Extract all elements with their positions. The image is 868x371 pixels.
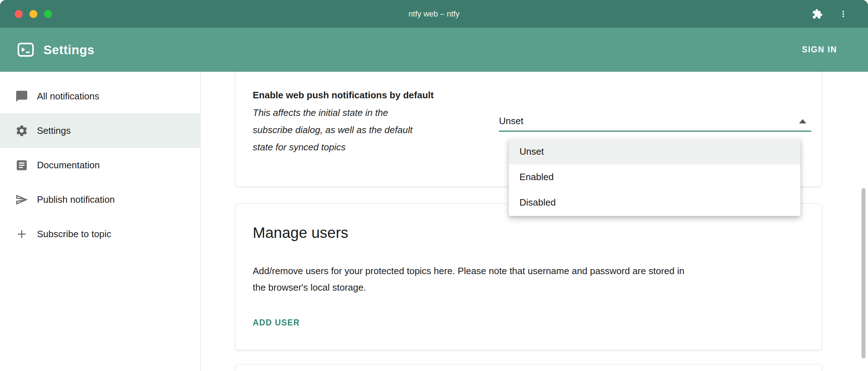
sidebar-item-label: All notifications — [37, 91, 99, 102]
content-scrollbar[interactable] — [862, 188, 865, 358]
setting-title: Enable web push notifications by default — [253, 90, 434, 101]
browser-window: ntfy web – ntfy Settings SIGN IN — [0, 0, 868, 371]
sidebar-item-label: Subscribe to topic — [37, 229, 111, 240]
setting-description: This affects the initial state in the su… — [253, 104, 412, 156]
window-title: ntfy web – ntfy — [0, 9, 868, 19]
menu-option-enabled[interactable]: Enabled — [509, 164, 801, 190]
next-card-partial — [235, 364, 822, 371]
sidebar-item-label: Documentation — [37, 160, 100, 171]
sidebar-item-all-notifications[interactable]: All notifications — [0, 79, 200, 113]
select-value: Unset — [499, 116, 523, 126]
sidebar-item-settings[interactable]: Settings — [0, 113, 200, 148]
gear-icon — [15, 124, 28, 137]
sign-in-button[interactable]: SIGN IN — [802, 45, 837, 55]
add-user-button[interactable]: ADD USER — [253, 314, 300, 331]
sidebar-item-documentation[interactable]: Documentation — [0, 148, 200, 182]
web-push-select-menu: Unset Enabled Disabled — [509, 138, 801, 216]
manage-users-card: Manage users Add/remove users for your p… — [235, 203, 822, 350]
sidebar-item-subscribe-to-topic[interactable]: Subscribe to topic — [0, 217, 200, 251]
menu-option-disabled[interactable]: Disabled — [509, 190, 801, 215]
send-icon — [15, 193, 28, 206]
ntfy-logo-icon — [17, 41, 34, 58]
menu-option-unset[interactable]: Unset — [509, 139, 801, 164]
plus-icon — [15, 227, 28, 241]
app-bar: Settings SIGN IN — [0, 28, 868, 72]
sidebar-item-publish-notification[interactable]: Publish notification — [0, 182, 200, 217]
window-titlebar: ntfy web – ntfy — [0, 0, 868, 28]
chat-icon — [15, 90, 28, 103]
manage-users-title: Manage users — [253, 224, 804, 242]
dropdown-arrow-up-icon — [799, 119, 806, 123]
manage-users-description: Add/remove users for your protected topi… — [253, 263, 804, 296]
web-push-default-select[interactable]: Unset — [499, 112, 811, 132]
article-icon — [15, 159, 28, 172]
settings-content: Enable web push notifications by default… — [201, 72, 868, 371]
sidebar-item-label: Settings — [37, 125, 71, 136]
sidebar-item-label: Publish notification — [37, 194, 115, 205]
page-title: Settings — [43, 43, 94, 57]
sidebar: All notifications Settings Documentation… — [0, 72, 201, 371]
